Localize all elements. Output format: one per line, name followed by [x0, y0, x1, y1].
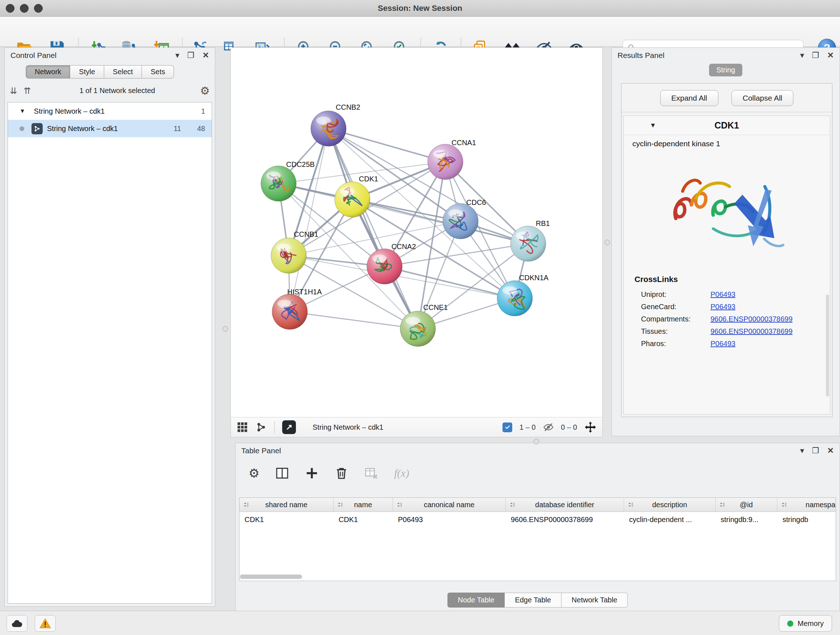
table-horizontal-scrollbar[interactable] [240, 575, 836, 580]
network-node-CDC25B[interactable]: CDC25B [261, 160, 315, 201]
warnings-button[interactable] [35, 615, 56, 632]
column-header-database-identifier[interactable]: database identifier [506, 498, 624, 511]
panel-float-icon[interactable]: ❐ [187, 51, 195, 59]
string-results-box: Expand All Collapse All ▼ CDK1 cyclin-de… [621, 83, 832, 417]
warning-icon [39, 618, 51, 629]
tab-string[interactable]: String [709, 64, 742, 76]
node-table-grid: shared name name canonical name database… [239, 497, 836, 581]
open-in-new-window-icon[interactable]: ↗ [282, 420, 296, 434]
panel-menu-icon[interactable]: ▾ [800, 51, 804, 59]
cloud-icon [11, 619, 23, 628]
network-options-gear-icon[interactable]: ⚙ [200, 84, 210, 97]
show-columns-icon[interactable] [275, 466, 289, 480]
pan-move-icon[interactable] [584, 421, 597, 433]
node-label-CDC6: CDC6 [466, 198, 486, 206]
table-panel: Table Panel ▾ ❐ ✕ ⚙ f(x) shared name nam… [235, 443, 840, 611]
results-scrollbar[interactable] [826, 295, 829, 396]
network-node-CDC6[interactable]: CDC6 [443, 198, 486, 239]
delete-column-trash-icon[interactable] [335, 466, 348, 480]
panel-menu-icon[interactable]: ▾ [175, 51, 180, 59]
crosslink-row: Pharos: P06493 [624, 336, 830, 348]
tab-style[interactable]: Style [70, 65, 104, 79]
panel-close-icon[interactable]: ✕ [827, 447, 834, 455]
network-view-toolbar: ↗ String Network – cdk1 1 – 0 0 – 0 [231, 417, 602, 437]
selected-checkbox-icon[interactable] [502, 423, 512, 432]
panel-menu-icon[interactable]: ▾ [800, 447, 804, 455]
node-label-CDC25B: CDC25B [286, 160, 315, 168]
network-node-HIST1H1A[interactable]: HIST1H1A [272, 288, 322, 329]
vertical-splitter-handle[interactable] [605, 240, 610, 245]
panel-float-icon[interactable]: ❐ [812, 51, 819, 59]
tab-network[interactable]: Network [26, 65, 70, 79]
vertical-splitter-handle[interactable] [223, 326, 228, 332]
column-header-shared-name[interactable]: shared name [240, 498, 333, 511]
network-collection-row[interactable]: ▼ String Network – cdk1 1 [8, 103, 212, 120]
hidden-count: 0 – 0 [561, 423, 577, 432]
grid-icon[interactable] [237, 421, 248, 433]
expand-all-button[interactable]: Expand All [660, 90, 718, 106]
column-header-description[interactable]: description [624, 498, 715, 511]
column-header-namespace[interactable]: namespace [777, 498, 836, 511]
tab-sets[interactable]: Sets [142, 65, 174, 79]
crosslink-row: Uniprot: P06493 [624, 287, 830, 299]
panel-close-icon[interactable]: ✕ [827, 51, 834, 59]
panel-close-icon[interactable]: ✕ [202, 51, 209, 59]
pharos-link[interactable]: P06493 [711, 340, 736, 348]
network-edges[interactable] [279, 128, 528, 329]
network-node-CDKN1A[interactable]: CDKN1A [497, 274, 549, 316]
results-panel: Results Panel ▾ ❐ ✕ String Expand All Co… [611, 48, 840, 436]
control-panel: Control Panel ▾ ❐ ✕ Network Style Select… [4, 48, 215, 607]
results-panel-title: Results Panel [617, 51, 800, 60]
gene-disclosure-icon[interactable]: ▼ [650, 122, 656, 129]
compartments-link[interactable]: 9606.ENSP00000378699 [711, 315, 793, 323]
gene-name: CDK1 [714, 120, 739, 131]
table-settings-gear-icon[interactable]: ⚙ [248, 466, 259, 480]
crosslink-row: Tissues: 9606.ENSP00000378699 [624, 323, 830, 336]
network-canvas[interactable]: CCNB2CCNA1CDC25BCDK1CDC6RB1CCNB1CCNA2CDK… [231, 48, 602, 417]
sort-icon [508, 501, 516, 509]
tab-edge-table[interactable]: Edge Table [505, 593, 561, 608]
network-node-RB1[interactable]: RB1 [510, 219, 550, 261]
genecard-link[interactable]: P06493 [711, 302, 736, 311]
table-row[interactable]: CDK1 CDK1 P06493 9606.ENSP00000378699 cy… [240, 512, 836, 527]
gene-card-header[interactable]: ▼ CDK1 [624, 116, 830, 135]
add-column-icon[interactable] [305, 466, 319, 480]
selected-count: 1 – 0 [519, 423, 535, 432]
collapse-all-icon[interactable]: ⇊ [10, 86, 17, 96]
network-share-icon[interactable] [256, 421, 267, 433]
tab-network-table[interactable]: Network Table [561, 593, 628, 608]
table-panel-title: Table Panel [241, 447, 800, 455]
network-node-CCNA1[interactable]: CCNA1 [428, 139, 476, 180]
node-label-CCNA2: CCNA2 [392, 242, 416, 250]
network-label: String Network – cdk1 [47, 125, 174, 133]
memory-button[interactable]: Memory [779, 615, 832, 632]
column-header-id[interactable]: @id [715, 498, 777, 511]
node-label-HIST1H1A: HIST1H1A [287, 288, 322, 296]
scrollbar-thumb[interactable] [240, 575, 302, 579]
tab-node-table[interactable]: Node Table [447, 593, 505, 608]
window-title: Session: New Session [0, 0, 840, 16]
tissues-link[interactable]: 9606.ENSP00000378699 [711, 327, 793, 336]
title-bar: Session: New Session [0, 0, 840, 17]
tab-select[interactable]: Select [104, 65, 142, 79]
toolbar-separator [274, 421, 275, 433]
expand-all-icon[interactable]: ⇈ [24, 86, 31, 96]
hidden-eye-slash-icon[interactable] [543, 422, 554, 432]
control-panel-title: Control Panel [11, 51, 175, 60]
crosslinks-title: CrossLinks [624, 268, 830, 287]
network-view: CCNB2CCNA1CDC25BCDK1CDC6RB1CCNB1CCNA2CDK… [231, 48, 603, 437]
table-tabs: Node Table Edge Table Network Table [235, 593, 840, 608]
panel-float-icon[interactable]: ❐ [812, 447, 819, 455]
uniprot-link[interactable]: P06493 [711, 290, 736, 299]
cloud-button[interactable] [6, 615, 27, 632]
network-node-CCNB2[interactable]: CCNB2 [311, 103, 360, 146]
column-header-canonical-name[interactable]: canonical name [393, 498, 506, 511]
control-panel-header: Control Panel ▾ ❐ ✕ [5, 48, 215, 63]
collection-disclosure-icon[interactable]: ▼ [19, 108, 25, 114]
network-row[interactable]: String Network – cdk1 11 48 [8, 120, 212, 137]
horizontal-splitter-handle[interactable] [534, 439, 539, 444]
column-header-name[interactable]: name [333, 498, 393, 511]
crosslink-row: Compartments: 9606.ENSP00000378699 [624, 311, 830, 323]
collapse-all-button[interactable]: Collapse All [731, 90, 794, 106]
network-node-CCNB1[interactable]: CCNB1 [271, 230, 318, 273]
